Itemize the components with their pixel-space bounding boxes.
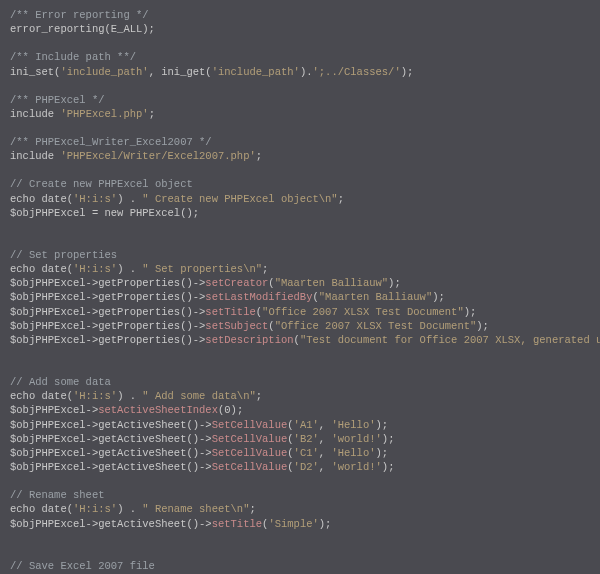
string-literal: 'H:i:s' [73,390,117,402]
string-literal: 'Simple' [268,518,318,530]
code-line: // Set properties [10,248,590,262]
string-literal: 'C1' [294,447,319,459]
comment: // Add some data [10,376,111,388]
string-literal: 'A1' [294,419,319,431]
string-literal: " Rename sheet\n" [142,503,249,515]
string-literal: "Maarten Balliauw" [319,291,432,303]
comment: /** PHPExcel */ [10,94,105,106]
code-line: $objPHPExcel->getActiveSheet()->SetCellV… [10,418,590,432]
code-line: $objPHPExcel->getActiveSheet()->SetCellV… [10,432,590,446]
code-line: $objPHPExcel->getActiveSheet()->setTitle… [10,517,590,531]
code-line: // Add some data [10,375,590,389]
code-line: $objPHPExcel->getActiveSheet()->SetCellV… [10,446,590,460]
code-line: echo date('H:i:s') . " Set properties\n"… [10,262,590,276]
comment: /** Include path **/ [10,51,136,63]
string-literal: 'PHPExcel.php' [60,108,148,120]
string-literal: 'H:i:s' [73,193,117,205]
code-line: error_reporting(E_ALL); [10,22,590,36]
method-name: setLastModifiedBy [205,291,312,303]
code-line: // Rename sheet [10,488,590,502]
code-line [10,163,590,177]
method-name: SetCellValue [212,447,288,459]
code-line: echo date('H:i:s') . " Rename sheet\n"; [10,502,590,516]
code-line: /** Include path **/ [10,50,590,64]
method-name: setTitle [212,518,262,530]
code-line: $objPHPExcel->getProperties()->setLastMo… [10,290,590,304]
code-line: ini_set('include_path', ini_get('include… [10,65,590,79]
code-line: $objPHPExcel->setActiveSheetIndex(0); [10,403,590,417]
code-line [10,531,590,545]
code-line [10,79,590,93]
string-literal: 'include_path' [212,66,300,78]
comment: /** Error reporting */ [10,9,149,21]
code-line: $objPHPExcel->getProperties()->setDescri… [10,333,590,347]
string-literal: 'D2' [294,461,319,473]
method-name: setCreator [205,277,268,289]
string-literal: " Add some data\n" [142,390,255,402]
code-line: // Save Excel 2007 file [10,559,590,573]
string-literal: 'H:i:s' [73,263,117,275]
string-literal: " Create new PHPExcel object\n" [142,193,337,205]
method-name: setSubject [205,320,268,332]
comment: // Set properties [10,249,117,261]
string-literal: 'world!' [331,433,381,445]
code-line [10,361,590,375]
comment: /** PHPExcel_Writer_Excel2007 */ [10,136,212,148]
code-line: /** PHPExcel */ [10,93,590,107]
code-line [10,36,590,50]
string-literal: 'B2' [294,433,319,445]
method-name: setTitle [205,306,255,318]
method-name: setActiveSheetIndex [98,404,218,416]
code-line: $objPHPExcel = new PHPExcel(); [10,206,590,220]
code-line [10,545,590,559]
string-literal: "Test document for Office 2007 XLSX, gen… [300,334,600,346]
code-text: error_reporting(E_ALL); [10,23,155,35]
code-line [10,474,590,488]
string-literal: "Maarten Balliauw" [275,277,388,289]
code-line: echo date('H:i:s') . " Create new PHPExc… [10,192,590,206]
code-line: $objPHPExcel->getProperties()->setTitle(… [10,305,590,319]
comment: // Create new PHPExcel object [10,178,193,190]
code-line: include 'PHPExcel.php'; [10,107,590,121]
code-line: $objPHPExcel->getProperties()->setSubjec… [10,319,590,333]
code-line: /** PHPExcel_Writer_Excel2007 */ [10,135,590,149]
code-line: // Create new PHPExcel object [10,177,590,191]
code-line: /** Error reporting */ [10,8,590,22]
code-line [10,121,590,135]
string-literal: 'Hello' [331,447,375,459]
method-name: SetCellValue [212,461,288,473]
string-literal: 'include_path' [60,66,148,78]
method-name: SetCellValue [212,433,288,445]
string-literal: 'Hello' [331,419,375,431]
string-literal: ';../Classes/' [312,66,400,78]
code-line: $objPHPExcel->getProperties()->setCreato… [10,276,590,290]
string-literal: 'H:i:s' [73,503,117,515]
string-literal: " Set properties\n" [142,263,262,275]
string-literal: 'world!' [331,461,381,473]
comment: // Rename sheet [10,489,105,501]
code-block: /** Error reporting */error_reporting(E_… [10,8,590,574]
code-line: include 'PHPExcel/Writer/Excel2007.php'; [10,149,590,163]
code-line [10,234,590,248]
string-literal: "Office 2007 XLSX Test Document" [262,306,464,318]
code-line: echo date('H:i:s') . " Add some data\n"; [10,389,590,403]
method-name: setDescription [205,334,293,346]
method-name: SetCellValue [212,419,288,431]
string-literal: "Office 2007 XLSX Test Document" [275,320,477,332]
code-text: $objPHPExcel = new PHPExcel(); [10,207,199,219]
string-literal: 'PHPExcel/Writer/Excel2007.php' [60,150,255,162]
comment: // Save Excel 2007 file [10,560,155,572]
code-line [10,347,590,361]
code-line [10,220,590,234]
code-line: $objPHPExcel->getActiveSheet()->SetCellV… [10,460,590,474]
